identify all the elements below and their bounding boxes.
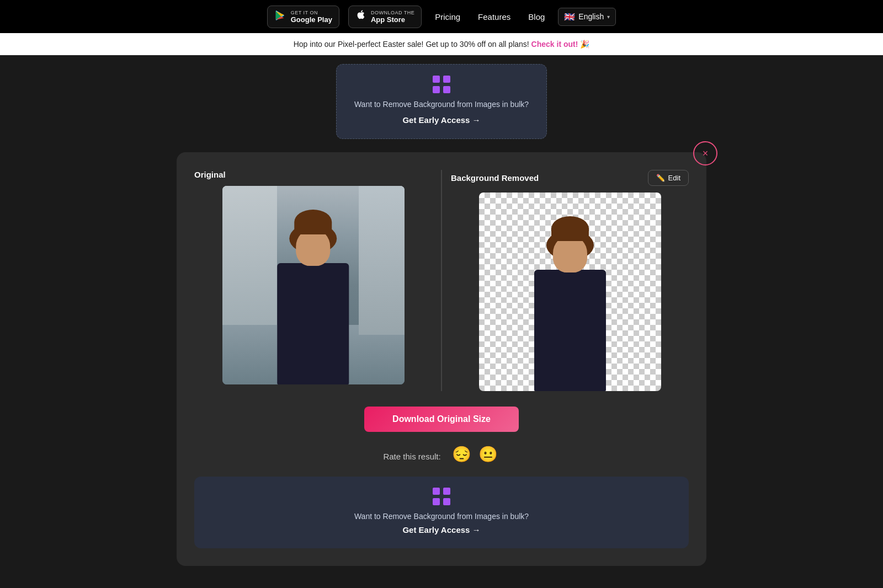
download-section: Download Original Size — [194, 407, 689, 432]
early-access-link-bottom[interactable]: Get Early Access → — [402, 525, 480, 534]
svg-rect-3 — [443, 86, 450, 93]
main-result-card: × Original — [177, 152, 706, 566]
processed-panel: Background Removed ✏️ Edit — [451, 170, 689, 391]
language-text: English — [578, 12, 604, 21]
app-store-text: Download the App Store — [371, 10, 414, 24]
original-label: Original — [194, 170, 226, 179]
bulk-promo-heading-top: Want to Remove Background from Images in… — [354, 100, 529, 109]
processed-image — [479, 193, 661, 391]
svg-rect-2 — [433, 86, 440, 93]
sad-rating-button[interactable]: 😔 — [452, 446, 471, 463]
chevron-down-icon: ▾ — [607, 14, 610, 20]
app-store-button[interactable]: Download the App Store — [348, 6, 422, 28]
svg-rect-1 — [443, 76, 450, 83]
neutral-rating-button[interactable]: 😐 — [478, 446, 498, 463]
close-icon: × — [703, 148, 709, 159]
google-play-text: GET IT ON Google Play — [291, 10, 332, 24]
close-button[interactable]: × — [693, 141, 717, 165]
promo-banner-text: Hop into our Pixel-perfect Easter sale! … — [294, 40, 529, 49]
nav-links: Pricing Features Blog — [435, 12, 545, 22]
google-play-button[interactable]: GET IT ON Google Play — [267, 6, 339, 28]
original-image — [222, 186, 405, 384]
original-header: Original — [194, 170, 432, 179]
background-removed-label: Background Removed — [451, 173, 539, 183]
edit-button[interactable]: ✏️ Edit — [648, 170, 689, 186]
apple-icon — [355, 9, 366, 24]
promo-banner: Hop into our Pixel-perfect Easter sale! … — [0, 33, 883, 55]
bulk-icon-top — [433, 76, 450, 95]
language-selector[interactable]: 🇬🇧 English ▾ — [558, 8, 616, 26]
edit-icon: ✏️ — [656, 174, 665, 182]
svg-rect-6 — [433, 498, 440, 505]
svg-rect-7 — [443, 498, 450, 505]
top-promo-section: Want to Remove Background from Images in… — [0, 55, 883, 139]
navbar: GET IT ON Google Play Download the App S… — [0, 0, 883, 33]
svg-rect-4 — [433, 488, 440, 495]
original-panel: Original — [194, 170, 432, 391]
download-button[interactable]: Download Original Size — [364, 407, 519, 432]
processed-header: Background Removed ✏️ Edit — [451, 170, 689, 186]
rating-section: Rate this result: 😔 😐 — [194, 445, 689, 463]
bulk-promo-top: Want to Remove Background from Images in… — [336, 64, 547, 139]
flag-icon: 🇬🇧 — [564, 12, 575, 22]
google-play-icon — [274, 9, 286, 24]
image-comparison: Original — [194, 170, 689, 391]
nav-blog[interactable]: Blog — [528, 12, 545, 22]
bulk-icon-bottom — [433, 488, 450, 507]
nav-features[interactable]: Features — [478, 12, 510, 22]
check-it-link[interactable]: Check it out! 🎉 — [531, 40, 590, 49]
rating-label: Rate this result: — [383, 452, 440, 461]
original-photo — [222, 186, 405, 384]
bulk-promo-heading-bottom: Want to Remove Background from Images in… — [212, 512, 671, 521]
bulk-promo-bottom: Want to Remove Background from Images in… — [194, 477, 689, 548]
svg-rect-0 — [433, 76, 440, 83]
early-access-link-top[interactable]: Get Early Access → — [402, 115, 480, 125]
svg-rect-5 — [443, 488, 450, 495]
nav-pricing[interactable]: Pricing — [435, 12, 460, 22]
panel-divider — [441, 170, 442, 391]
